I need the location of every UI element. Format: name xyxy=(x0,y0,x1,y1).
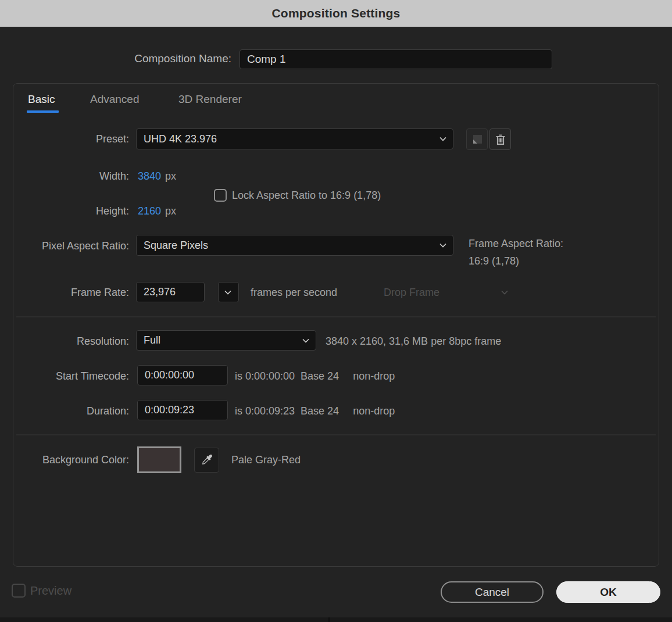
lock-aspect-ratio-checkbox[interactable] xyxy=(214,189,227,202)
duration-base-text: Base 24 xyxy=(301,404,339,418)
width-value-row: 3840px xyxy=(138,169,176,183)
section-divider xyxy=(16,434,656,435)
active-tab-underline xyxy=(27,110,59,113)
frame-aspect-ratio-value: 16:9 (1,78) xyxy=(469,254,519,268)
composition-settings-dialog: Composition Settings Composition Name: C… xyxy=(0,0,672,622)
height-value-row: 2160px xyxy=(138,204,176,218)
width-unit: px xyxy=(165,170,176,182)
background-color-name: Pale Gray-Red xyxy=(231,453,301,467)
frame-rate-dropdown-button[interactable] xyxy=(218,282,239,302)
width-label: Width: xyxy=(0,169,129,183)
pixel-aspect-ratio-select[interactable]: Square Pixels xyxy=(136,235,453,256)
lock-aspect-ratio-label: Lock Aspect Ratio to 16:9 (1,78) xyxy=(232,188,381,202)
composition-name-label: Composition Name: xyxy=(0,52,231,65)
start-timecode-is-text: is 0:00:00:00 xyxy=(235,369,295,383)
ok-button[interactable]: OK xyxy=(556,581,660,603)
delete-preset-button[interactable] xyxy=(489,128,511,150)
background-color-label: Background Color: xyxy=(0,453,129,467)
chevron-down-icon xyxy=(438,241,448,250)
window-bottom-edge xyxy=(0,617,672,622)
trash-icon xyxy=(494,133,507,146)
preset-select-value: UHD 4K 23.976 xyxy=(144,133,217,145)
dialog-titlebar: Composition Settings xyxy=(0,0,672,27)
duration-label: Duration: xyxy=(0,404,129,418)
pixel-aspect-ratio-label: Pixel Aspect Ratio: xyxy=(0,239,129,253)
preview-label: Preview xyxy=(30,584,72,598)
tab-basic[interactable]: Basic xyxy=(28,93,55,106)
duration-is-text: is 0:00:09:23 xyxy=(235,404,295,418)
tab-advanced[interactable]: Advanced xyxy=(90,93,140,106)
frame-aspect-ratio-label: Frame Aspect Ratio: xyxy=(469,237,563,251)
pixel-aspect-ratio-value: Square Pixels xyxy=(144,239,208,252)
start-timecode-info: is 0:00:00:00 Base 24 non-drop xyxy=(235,369,395,383)
cancel-button[interactable]: Cancel xyxy=(441,581,544,603)
settings-panel xyxy=(13,83,659,567)
preset-select[interactable]: UHD 4K 23.976 xyxy=(136,128,453,149)
resolution-info: 3840 x 2160, 31,6 MB per 8bpc frame xyxy=(326,334,501,348)
duration-drop-text: non-drop xyxy=(353,404,395,418)
duration-input[interactable]: 0:00:09:23 xyxy=(137,400,228,420)
start-timecode-drop-text: non-drop xyxy=(353,369,395,383)
resolution-select[interactable]: Full xyxy=(136,330,316,351)
height-unit: px xyxy=(165,205,176,217)
preset-label: Preset: xyxy=(0,132,129,146)
start-timecode-label: Start Timecode: xyxy=(0,369,129,383)
background-color-swatch[interactable] xyxy=(137,446,181,473)
resolution-value: Full xyxy=(144,334,160,346)
start-timecode-base-text: Base 24 xyxy=(301,369,339,383)
height-value[interactable]: 2160 xyxy=(138,205,161,217)
frame-rate-unit-label: frames per second xyxy=(251,285,337,299)
frame-rate-input[interactable]: 23,976 xyxy=(136,282,205,302)
width-value[interactable]: 3840 xyxy=(138,170,161,182)
save-preset-icon xyxy=(470,133,484,146)
composition-name-input[interactable]: Comp 1 xyxy=(240,49,552,69)
chevron-down-icon xyxy=(500,288,509,297)
height-label: Height: xyxy=(0,204,129,218)
duration-info: is 0:00:09:23 Base 24 non-drop xyxy=(235,404,395,418)
chevron-down-icon xyxy=(301,336,310,345)
background-app-seam xyxy=(328,617,330,622)
drop-frame-select: Drop Frame xyxy=(384,285,439,299)
tab-3d-renderer[interactable]: 3D Renderer xyxy=(178,93,242,106)
preview-checkbox xyxy=(12,584,26,598)
dialog-title: Composition Settings xyxy=(272,6,401,20)
eyedropper-button[interactable] xyxy=(194,448,219,473)
chevron-down-icon xyxy=(438,134,448,144)
chevron-down-icon xyxy=(223,288,233,297)
start-timecode-input[interactable]: 0:00:00:00 xyxy=(137,365,228,385)
section-divider xyxy=(16,316,656,317)
resolution-label: Resolution: xyxy=(0,334,129,348)
frame-rate-label: Frame Rate: xyxy=(0,285,129,299)
eyedropper-icon xyxy=(199,453,215,468)
save-preset-button[interactable] xyxy=(466,128,488,150)
